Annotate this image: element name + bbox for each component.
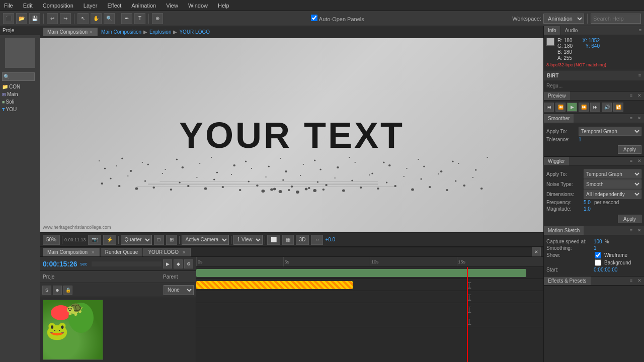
wiggler-noise-select[interactable]: Smooth Jagged (584, 179, 641, 189)
grid-btn[interactable]: ⊞ (166, 235, 177, 245)
effects-tab[interactable]: Effects & Presets (544, 277, 591, 285)
info-panel-menu[interactable]: ≡ (636, 26, 644, 35)
wiggler-tab[interactable]: Wiggler (544, 157, 569, 165)
smoother-apply-select[interactable]: Temporal Graph Spatial Path (579, 127, 641, 136)
menu-view[interactable]: View (164, 2, 180, 10)
timeline-tracks[interactable]: ⌶ ⌶ ⌶ ⌶ (196, 267, 543, 362)
view-select[interactable]: 1 View (233, 235, 263, 245)
motion-sketch-menu[interactable]: ≡ (627, 226, 635, 235)
smoother-close[interactable]: ✕ (635, 114, 644, 123)
quality-select[interactable]: Quarter Half Full (121, 235, 152, 245)
parent-select[interactable]: None (164, 285, 194, 295)
wiggler-dimensions-select[interactable]: All Independently (584, 190, 641, 199)
add-lock-btn[interactable]: 🔒 (63, 286, 72, 295)
motion-sketch-close[interactable]: ✕ (635, 226, 644, 235)
wiggler-close[interactable]: ✕ (635, 157, 644, 165)
menu-layer[interactable]: Layer (82, 2, 100, 10)
pen-btn[interactable]: ✒ (121, 13, 132, 24)
audio-tab[interactable]: Audio (561, 26, 582, 35)
preview-tab[interactable]: Preview (544, 92, 570, 100)
main-layout: Proje CON Main Soli YOU (0, 26, 644, 362)
smoother-menu[interactable]: ≡ (627, 114, 635, 123)
save-btn[interactable]: 💾 (29, 13, 40, 24)
smoother-apply-btn[interactable]: Apply (618, 145, 641, 154)
tl-settings-btn[interactable]: ⚙ (184, 259, 193, 268)
project-item-main[interactable]: Main (0, 90, 40, 98)
zoom-btn[interactable]: 🔍 (104, 13, 115, 24)
ms-background-checkbox[interactable] (595, 259, 601, 266)
svg-point-33 (386, 182, 387, 183)
info-audio-section: Info Audio ≡ R: 180 X: 1852 G: 180 (544, 26, 644, 70)
ms-wireframe-checkbox[interactable] (595, 252, 601, 258)
project-item-you[interactable]: YOU (0, 106, 40, 113)
zoom-level-btn[interactable]: 50% (43, 235, 60, 245)
menu-effect[interactable]: Effect (105, 2, 123, 10)
prev-back-btn[interactable]: ⏪ (555, 103, 566, 112)
playhead[interactable] (467, 267, 468, 362)
open-btn[interactable]: 📂 (16, 13, 27, 24)
prev-last-btn[interactable]: ⏭ (590, 103, 600, 112)
project-search-input[interactable] (2, 72, 35, 81)
breadcrumb: Main Composition ▶ Explosion ▶ YOUR LOGO (101, 29, 210, 35)
hand-btn[interactable]: ✋ (91, 13, 102, 24)
timeline-tab-render[interactable]: Render Queue (101, 248, 143, 256)
comp-tab-main[interactable]: Main Composition ✕ (43, 28, 98, 36)
effects-menu[interactable]: ≡ (627, 277, 635, 285)
menu-animation[interactable]: Animation (129, 2, 158, 10)
motion-sketch-tab[interactable]: Motion Sketch (544, 226, 584, 235)
redo-btn[interactable]: ↪ (60, 13, 71, 24)
new-btn[interactable]: ⬛ (3, 13, 14, 24)
auto-open-label: Auto-Open Panels (311, 15, 364, 22)
auto-open-checkbox[interactable] (311, 15, 317, 21)
wiggler-header: Wiggler ≡ ✕ (544, 157, 644, 166)
select-btn[interactable]: ↖ (77, 13, 89, 24)
smoother-tab[interactable]: Smoother (544, 114, 574, 123)
prev-audio-btn[interactable]: 🔊 (602, 103, 612, 112)
timeline-tab-yourlogo[interactable]: YOUR LOGO ✕ (143, 248, 190, 256)
text-btn[interactable]: T (134, 13, 145, 24)
effects-header: Effects & Presets ≡ ✕ (544, 277, 644, 286)
svg-point-87 (313, 189, 316, 192)
effects-close[interactable]: ✕ (635, 277, 644, 285)
prev-forward-btn[interactable]: ⏩ (579, 103, 589, 112)
project-item-con[interactable]: CON (0, 83, 40, 90)
ram-preview-btn[interactable]: ⚡ (103, 235, 116, 245)
preview-menu[interactable]: ≡ (627, 92, 635, 100)
tl-play-btn[interactable]: ▶ (163, 259, 172, 268)
wiggler-apply-select[interactable]: Temporal Graph (584, 169, 641, 178)
svg-rect-89 (148, 184, 378, 185)
character-panel-header[interactable]: BIRT ≡ (544, 70, 644, 80)
snap-btn[interactable]: ⊕ (152, 13, 163, 24)
toggle-alpha-btn[interactable]: □ (154, 235, 164, 245)
project-item-solid[interactable]: Soli (0, 98, 40, 106)
add-shy-btn[interactable]: ☻ (53, 286, 62, 295)
timeline-tab-main[interactable]: Main Composition ✕ (43, 248, 100, 256)
undo-btn[interactable]: ↩ (47, 13, 58, 24)
wiggler-menu[interactable]: ≡ (627, 157, 635, 165)
menu-composition[interactable]: Composition (41, 2, 75, 10)
timeline-close-btn[interactable]: ✕ (532, 247, 541, 256)
menu-edit[interactable]: Edit (21, 2, 35, 10)
camera-select[interactable]: Active Camera (182, 235, 229, 245)
menu-window[interactable]: Window (186, 2, 210, 10)
prev-loop-btn[interactable]: 🔁 (613, 103, 623, 112)
menu-help[interactable]: Help (216, 2, 231, 10)
prev-play-btn[interactable]: ▶ (567, 103, 577, 112)
tl-add-marker-btn[interactable]: ◆ (174, 259, 183, 268)
prev-first-btn[interactable]: ⏮ (544, 103, 554, 112)
search-help-input[interactable] (591, 14, 641, 24)
info-tab[interactable]: Info (544, 26, 561, 35)
add-solo-btn[interactable]: S (42, 286, 51, 295)
character-menu-icon[interactable]: ≡ (638, 73, 641, 78)
3d-btn[interactable]: 3D (296, 235, 309, 245)
snapshot-btn[interactable]: 📷 (88, 235, 101, 245)
preview-close[interactable]: ✕ (635, 92, 644, 100)
safe-margins-btn[interactable]: ▦ (282, 235, 294, 245)
pixel-aspect-btn[interactable]: ↔ (311, 235, 323, 245)
wiggler-apply-btn[interactable]: Apply (618, 215, 641, 223)
workspace-select[interactable]: Animation Default Essentials (543, 14, 584, 24)
fit-btn[interactable]: ⬜ (267, 235, 280, 245)
time-unit: sec (80, 261, 88, 266)
time-scrubber[interactable] (92, 261, 162, 266)
menu-file[interactable]: File (2, 2, 15, 10)
